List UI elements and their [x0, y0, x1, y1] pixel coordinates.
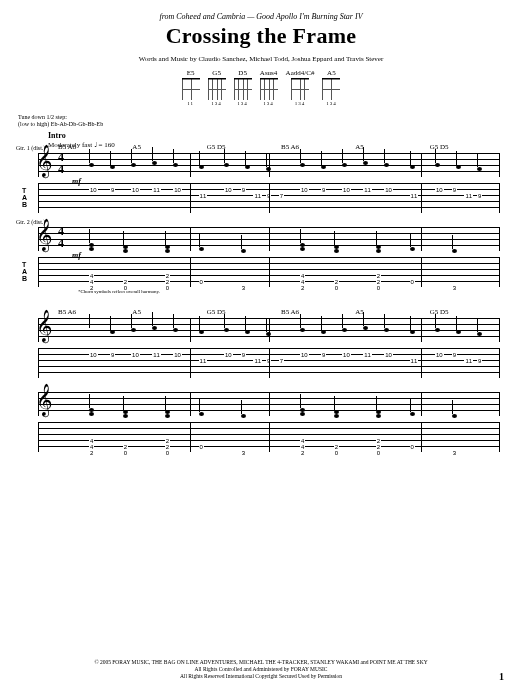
- chord-symbols-row: B5 A6 A5 G5 D5 B5 A6 A5 G5 D5: [58, 143, 504, 151]
- chord-diagram: Aadd4/C# 134: [286, 69, 315, 106]
- source-line: from Coheed and Cambria — Good Apollo I'…: [18, 12, 504, 21]
- fretboard-icon: [291, 78, 309, 100]
- chord-diagram: Asus4 134: [260, 69, 278, 106]
- notes: [72, 394, 494, 414]
- notes: [72, 155, 494, 175]
- guitar-1-staff: Gtr. 1 (dist.) B5 A6 A5 G5 D5 B5 A6 A5 G…: [18, 153, 504, 213]
- system-2: B5 A6 A5 G5 D5 B5 A6 A5 G5 D5 𝄞: [18, 318, 504, 452]
- footnote: *Chord symbols reflect overall harmony.: [78, 289, 504, 294]
- time-signature: 44: [58, 151, 64, 175]
- tablature-staff: T A B 4 4 2 2 0 2 2 0 0 3 4 4 2: [38, 257, 500, 287]
- fretboard-icon: [260, 78, 278, 100]
- chord-diagram: G5 134: [208, 69, 226, 106]
- system-1: Gtr. 1 (dist.) B5 A6 A5 G5 D5 B5 A6 A5 G…: [18, 153, 504, 294]
- notation-staff: 𝄞 44 mf: [38, 227, 500, 251]
- chord-symbols-row: B5 A6 A5 G5 D5 B5 A6 A5 G5 D5: [58, 308, 504, 316]
- tab-numbers: 10 9 10 11 10 11 10 9 11 9 7 10 9 10 11 …: [72, 348, 494, 378]
- chord-diagram: E5 11: [182, 69, 200, 106]
- chord-diagram: A5 134: [322, 69, 340, 106]
- notes: [72, 320, 494, 340]
- guitar-2-staff: Gtr. 2 (dist.) 𝄞 44 mf: [18, 227, 504, 294]
- notes: [72, 229, 494, 249]
- sheet-music-page: from Coheed and Cambria — Good Apollo I'…: [0, 0, 522, 696]
- chord-diagram: D5 134: [234, 69, 252, 106]
- tablature-staff: 10 9 10 11 10 11 10 9 11 9 7 10 9 10 11 …: [38, 348, 500, 378]
- notation-staff: 𝄞 44: [38, 153, 500, 177]
- tablature-staff: T A B 10 9 10 11 10 11 10 9 11 9 7 10: [38, 183, 500, 213]
- tab-label: T A B: [22, 261, 27, 282]
- fretboard-icon: [322, 78, 340, 100]
- song-title: Crossing the Frame: [18, 23, 504, 49]
- tablature-staff: 4 4 2 2 0 2 2 0 0 3 4 4 2 2 0 2 2: [38, 422, 500, 452]
- notation-staff: 𝄞: [38, 392, 500, 416]
- page-number: 1: [499, 671, 504, 682]
- copyright-block: © 2005 FORAY MUSIC, THE BAG ON LINE ADVE…: [0, 659, 522, 680]
- fretboard-icon: [234, 78, 252, 100]
- tab-numbers: 4 4 2 2 0 2 2 0 0 3 4 4 2 2 0 2 2: [72, 257, 494, 287]
- fretboard-icon: [208, 78, 226, 100]
- tuning-detail: (low to high) Eb-Ab-Db-Gb-Bb-Eb: [18, 121, 504, 127]
- guitar-1-staff: B5 A6 A5 G5 D5 B5 A6 A5 G5 D5 𝄞: [18, 318, 504, 378]
- fretboard-icon: [182, 78, 200, 100]
- tab-label: T A B: [22, 187, 27, 208]
- time-signature: 44: [58, 225, 64, 249]
- notation-staff: 𝄞: [38, 318, 500, 342]
- chord-diagrams: E5 11 G5 134 D5 134 Asus4 134 Aadd4/C# 1…: [18, 69, 504, 106]
- tab-numbers: 4 4 2 2 0 2 2 0 0 3 4 4 2 2 0 2 2: [72, 422, 494, 452]
- section-label: Intro: [48, 131, 504, 140]
- guitar-2-staff: 𝄞: [18, 392, 504, 452]
- tab-numbers: 10 9 10 11 10 11 10 9 11 9 7 10 9 10 11 …: [72, 183, 494, 213]
- credits: Words and Music by Claudio Sanchez, Mich…: [18, 55, 504, 63]
- tuning-note: Tune down 1/2 step:: [18, 114, 504, 120]
